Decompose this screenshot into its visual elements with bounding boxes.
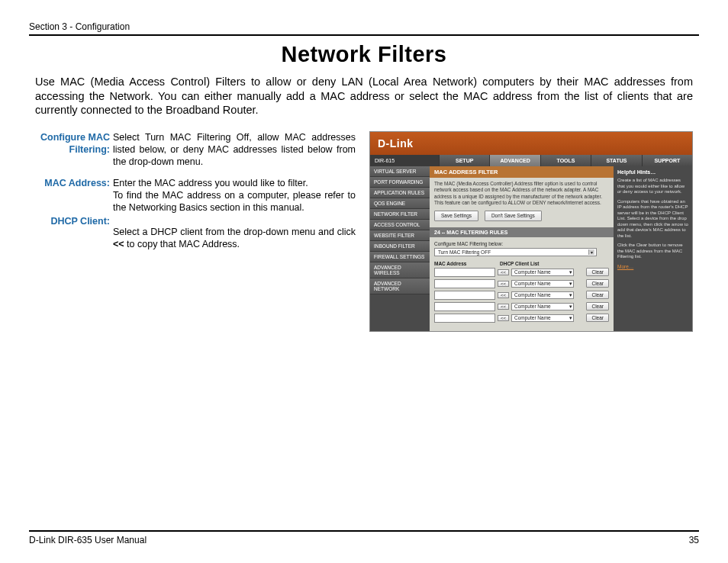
rule-row: <<Computer Name▾Clear	[434, 279, 609, 288]
sidenav-item[interactable]: PORT FORWARDING	[370, 177, 430, 188]
router-ui: D-Link DIR-615 SETUPADVANCEDTOOLSSTATUSS…	[369, 131, 693, 332]
hints-title: Helpful Hints…	[617, 169, 688, 176]
save-button[interactable]: Save Settings	[434, 211, 478, 220]
def-label-mac: MAC Address:	[35, 177, 113, 214]
chevron-down-icon: ▾	[569, 304, 572, 310]
rules-title: 24 -- MAC FILTERING RULES	[430, 227, 614, 237]
definitions-column: Configure MAC Filtering: Select Turn MAC…	[35, 131, 356, 332]
brand-logo: D-Link	[370, 132, 692, 155]
sidenav-item[interactable]: ADVANCED WIRELESS	[370, 262, 430, 278]
chevron-down-icon: ▾	[569, 269, 572, 275]
screenshot-column: D-Link DIR-615 SETUPADVANCEDTOOLSSTATUSS…	[369, 131, 693, 332]
clear-button[interactable]: Clear	[586, 279, 609, 288]
chevron-down-icon: ▾	[569, 281, 572, 287]
side-nav: VIRTUAL SERVERPORT FORWARDINGAPPLICATION…	[370, 166, 430, 331]
sidenav-item[interactable]: ADVANCED NETWORK	[370, 278, 430, 294]
mac-input[interactable]	[434, 291, 495, 300]
clear-button[interactable]: Clear	[586, 302, 609, 310]
sidenav-item[interactable]: INBOUND FILTER	[370, 241, 430, 252]
tab-support[interactable]: SUPPORT	[642, 155, 692, 166]
intro-paragraph: Use MAC (Media Access Control) Filters t…	[35, 75, 693, 117]
footer-manual-name: D-Link DIR-635 User Manual	[29, 535, 147, 545]
copy-mac-button[interactable]: <<	[498, 304, 509, 310]
mac-input[interactable]	[434, 279, 495, 288]
more-link[interactable]: More…	[617, 264, 688, 270]
def-text-configure: Select Turn MAC Filtering Off, allow MAC…	[113, 131, 356, 168]
sidenav-item[interactable]: FIREWALL SETTINGS	[370, 252, 430, 262]
chevron-down-icon: ▾	[569, 292, 572, 298]
configure-label: Configure MAC Filtering below:	[434, 241, 609, 246]
panel-description: The MAC (Media Access Controller) Addres…	[430, 178, 614, 226]
def-label-dhcp: DHCP Client:	[35, 215, 113, 250]
dhcp-client-select[interactable]: Computer Name▾	[511, 314, 574, 322]
sidenav-item[interactable]: VIRTUAL SERVER	[370, 166, 430, 177]
dhcp-client-select[interactable]: Computer Name▾	[511, 303, 574, 310]
dont-save-button[interactable]: Don't Save Settings	[485, 211, 542, 220]
panel-title: MAC ADDRESS FILTER	[430, 166, 614, 178]
clear-button[interactable]: Clear	[586, 268, 609, 276]
section-header: Section 3 - Configuration	[29, 21, 699, 36]
mac-input[interactable]	[434, 268, 495, 277]
page-footer: D-Link DIR-635 User Manual 35	[29, 530, 699, 545]
clear-button[interactable]: Clear	[586, 291, 609, 299]
tab-status[interactable]: STATUS	[591, 155, 641, 166]
chevron-down-icon: ▾	[569, 315, 572, 321]
dhcp-client-select[interactable]: Computer Name▾	[511, 280, 574, 288]
rule-row: <<Computer Name▾Clear	[434, 291, 609, 300]
def-text-mac: Enter the MAC address you would like to …	[113, 177, 356, 214]
chevron-down-icon: ▾	[588, 249, 594, 255]
tab-tools[interactable]: TOOLS	[540, 155, 591, 166]
copy-mac-button[interactable]: <<	[498, 269, 509, 275]
sidenav-item[interactable]: ACCESS CONTROL	[370, 220, 430, 230]
model-label: DIR-615	[370, 155, 439, 166]
tab-setup[interactable]: SETUP	[439, 155, 489, 166]
rule-row: <<Computer Name▾Clear	[434, 268, 609, 277]
col-header-dhcp: DHCP Client List	[500, 261, 609, 266]
tab-advanced[interactable]: ADVANCED	[489, 155, 540, 166]
sidenav-item[interactable]: APPLICATION RULES	[370, 188, 430, 198]
sidenav-item[interactable]: WEBSITE FILTER	[370, 230, 430, 241]
col-header-mac: MAC Address	[434, 261, 500, 266]
rule-row: <<Computer Name▾Clear	[434, 314, 609, 323]
mac-input[interactable]	[434, 302, 495, 311]
clear-button[interactable]: Clear	[586, 314, 609, 322]
dhcp-client-select[interactable]: Computer Name▾	[511, 269, 574, 276]
mac-input[interactable]	[434, 314, 495, 323]
hints-panel: Helpful Hints… Create a list of MAC addr…	[614, 166, 692, 331]
footer-page-number: 35	[689, 535, 699, 545]
page-title: Network Filters	[29, 42, 699, 67]
mac-filtering-select[interactable]: Turn MAC Filtering OFF ▾	[434, 248, 597, 256]
def-text-dhcp: Select a DHCP client from the drop-down …	[113, 215, 356, 250]
sidenav-item[interactable]: NETWORK FILTER	[370, 209, 430, 220]
sidenav-item[interactable]: QOS ENGINE	[370, 198, 430, 209]
copy-mac-button[interactable]: <<	[498, 281, 509, 287]
def-label-configure: Configure MAC Filtering:	[35, 131, 113, 168]
dhcp-client-select[interactable]: Computer Name▾	[511, 291, 574, 299]
main-panel: MAC ADDRESS FILTER The MAC (Media Access…	[430, 166, 614, 331]
copy-mac-button[interactable]: <<	[498, 315, 509, 321]
rule-row: <<Computer Name▾Clear	[434, 302, 609, 311]
copy-mac-button[interactable]: <<	[498, 292, 509, 298]
